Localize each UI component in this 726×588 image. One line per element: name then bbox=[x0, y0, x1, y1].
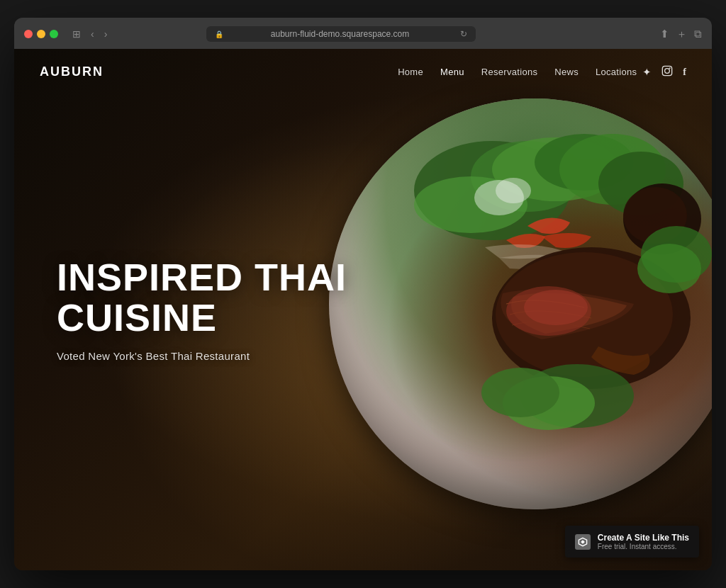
facebook-icon[interactable]: f bbox=[683, 67, 686, 78]
browser-window: ⊞ ‹ › 🔒 auburn-fluid-demo.squarespace.co… bbox=[14, 18, 712, 570]
plate bbox=[329, 98, 712, 509]
back-button[interactable]: ‹ bbox=[88, 27, 97, 41]
squarespace-logo-icon bbox=[575, 534, 591, 550]
navigation: AUBURN Home Menu Reservations News Locat… bbox=[14, 49, 712, 95]
nav-locations[interactable]: Locations bbox=[596, 67, 637, 77]
browser-actions: ⬆ ＋ ⧉ bbox=[660, 28, 702, 41]
new-tab-icon[interactable]: ＋ bbox=[676, 28, 687, 41]
svg-point-22 bbox=[669, 67, 671, 69]
svg-point-19 bbox=[481, 368, 559, 417]
hero-title: INSPIRED THAI CUISINE bbox=[57, 257, 347, 337]
lock-icon: 🔒 bbox=[215, 30, 223, 38]
traffic-lights bbox=[24, 30, 58, 38]
url-text: auburn-fluid-demo.squarespace.com bbox=[228, 29, 453, 39]
svg-point-8 bbox=[496, 178, 531, 203]
nav-home[interactable]: Home bbox=[398, 67, 423, 77]
instagram-icon[interactable] bbox=[661, 65, 673, 79]
minimize-button[interactable] bbox=[37, 30, 45, 38]
yelp-icon[interactable]: ✦ bbox=[642, 66, 652, 79]
svg-rect-20 bbox=[663, 66, 672, 75]
maximize-button[interactable] bbox=[50, 30, 58, 38]
svg-point-21 bbox=[665, 69, 670, 74]
website-content: AUBURN Home Menu Reservations News Locat… bbox=[14, 49, 712, 570]
food-illustration bbox=[329, 98, 712, 509]
share-icon[interactable]: ⬆ bbox=[660, 28, 669, 40]
badge-text: Create A Site Like This Free trial. Inst… bbox=[598, 533, 689, 550]
sidebar-toggle-icon[interactable]: ⊞ bbox=[69, 27, 84, 41]
svg-point-12 bbox=[524, 290, 588, 325]
squarespace-badge[interactable]: Create A Site Like This Free trial. Inst… bbox=[565, 526, 699, 558]
nav-links: Home Menu Reservations News Locations bbox=[398, 67, 637, 77]
tabs-icon[interactable]: ⧉ bbox=[694, 28, 702, 40]
svg-point-16 bbox=[637, 244, 701, 293]
refresh-button[interactable]: ↻ bbox=[460, 29, 467, 39]
address-bar[interactable]: 🔒 auburn-fluid-demo.squarespace.com ↻ bbox=[206, 26, 476, 42]
hero-image bbox=[315, 70, 712, 538]
nav-menu[interactable]: Menu bbox=[440, 67, 464, 77]
close-button[interactable] bbox=[24, 30, 33, 38]
hero-content: INSPIRED THAI CUISINE Voted New York's B… bbox=[57, 257, 347, 362]
site-logo[interactable]: AUBURN bbox=[40, 64, 104, 79]
hero-subtitle: Voted New York's Best Thai Restaurant bbox=[57, 350, 347, 362]
browser-chrome: ⊞ ‹ › 🔒 auburn-fluid-demo.squarespace.co… bbox=[14, 18, 712, 49]
social-links: ✦ f bbox=[642, 65, 686, 79]
browser-controls: ⊞ ‹ › bbox=[69, 27, 110, 41]
nav-news[interactable]: News bbox=[554, 67, 579, 77]
forward-button[interactable]: › bbox=[101, 27, 111, 41]
nav-reservations[interactable]: Reservations bbox=[481, 67, 537, 77]
